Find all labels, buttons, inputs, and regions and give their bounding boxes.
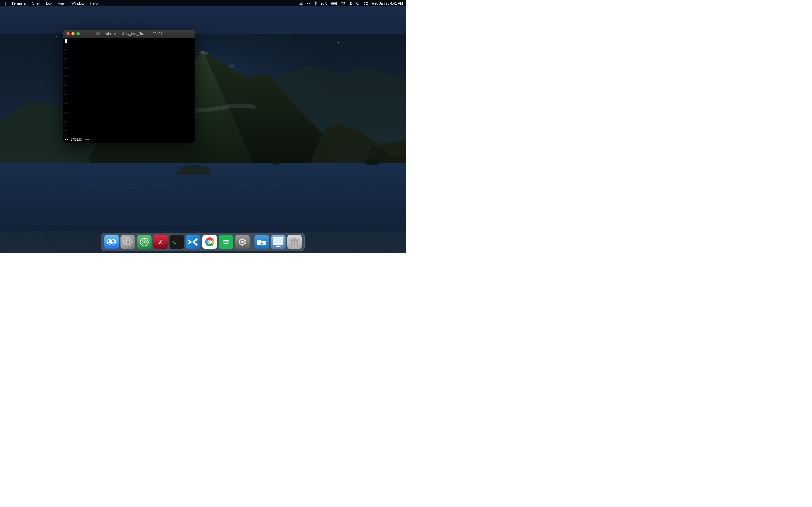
svg-point-51 — [109, 241, 109, 241]
terminal-window: plaintext — vi my_text_file.txt — 80×24 … — [63, 30, 195, 143]
svg-point-59 — [144, 241, 145, 243]
svg-point-10 — [338, 42, 339, 43]
svg-point-13 — [296, 35, 296, 36]
svg-rect-32 — [331, 2, 336, 4]
audio-mute-icon — [306, 1, 311, 5]
dock-spotify[interactable] — [219, 235, 234, 249]
apple-menu[interactable]:  — [2, 0, 8, 6]
menu-window[interactable]: Window — [69, 0, 87, 6]
desktop — [0, 0, 406, 253]
battery-icon — [330, 2, 338, 5]
vi-tilde: ~ — [64, 102, 194, 106]
menubar-left:  Terminal Shell Edit View Window Help — [2, 0, 298, 6]
svg-rect-43 — [96, 33, 99, 33]
vi-tilde: ~ — [64, 111, 194, 115]
vi-tilde: ~ — [64, 43, 194, 48]
window-maximize-button[interactable] — [77, 32, 80, 36]
svg-point-49 — [108, 240, 109, 242]
vi-tilde: ~ — [64, 61, 194, 66]
svg-rect-78 — [242, 244, 243, 246]
menu-terminal[interactable]: Terminal — [9, 0, 29, 6]
vi-tilde: ~ — [64, 106, 194, 111]
terminal-titlebar: plaintext — vi my_text_file.txt — 80×24 — [63, 30, 195, 38]
svg-point-2 — [56, 36, 57, 37]
window-minimize-button[interactable] — [71, 32, 75, 36]
svg-rect-39 — [364, 4, 365, 5]
svg-point-69 — [209, 241, 211, 243]
desktop-background — [0, 34, 406, 231]
search-icon[interactable] — [355, 1, 361, 5]
svg-rect-37 — [364, 2, 365, 3]
svg-point-48 — [111, 239, 117, 245]
svg-point-74 — [241, 240, 244, 243]
svg-point-8 — [366, 38, 367, 38]
svg-point-55 — [127, 241, 129, 243]
vi-tilde: ~ — [64, 88, 194, 93]
vi-tilde: ~ — [64, 52, 194, 57]
dock-separator — [252, 235, 252, 249]
svg-rect-31 — [337, 3, 337, 4]
dock-trash[interactable] — [287, 235, 302, 249]
menu-edit[interactable]: Edit — [44, 0, 54, 6]
datetime[interactable]: Wed Jan 25 4:41 PM — [370, 1, 404, 5]
svg-rect-38 — [366, 2, 368, 3]
controlcenter-icon[interactable] — [363, 1, 369, 5]
dock-quicksilver[interactable] — [121, 235, 135, 249]
svg-point-35 — [357, 2, 359, 4]
dock: Z >_ — [101, 233, 305, 251]
svg-rect-94 — [294, 238, 296, 239]
dock-finder[interactable] — [104, 235, 119, 249]
terminal-body[interactable]: ~~~~~~~~~~~~~~~~~~~~~ -- INSERT -- — [63, 38, 195, 143]
vi-tilde: ~ — [64, 57, 194, 61]
menu-shell[interactable]: Shell — [30, 0, 43, 6]
svg-point-34 — [350, 2, 352, 4]
svg-point-33 — [343, 4, 343, 5]
svg-line-36 — [359, 4, 360, 5]
dock-system-preferences[interactable] — [235, 235, 250, 249]
svg-rect-75 — [242, 238, 243, 240]
terminal-title-text: plaintext — vi my_text_file.txt — 80×24 — [96, 32, 162, 36]
dock-vscode[interactable] — [186, 235, 201, 249]
menu-help[interactable]: Help — [88, 0, 100, 6]
vi-tilde: ~ — [64, 48, 194, 52]
vi-tilde: ~ — [64, 120, 194, 124]
vi-tilde: ~ — [64, 70, 194, 75]
vi-tilde: ~ — [64, 83, 194, 88]
menubar:  Terminal Shell Edit View Window Help — [0, 0, 406, 6]
vi-tilde: ~ — [64, 133, 194, 138]
vi-tilde: ~ — [64, 124, 194, 129]
vi-tilde: ~ — [64, 79, 194, 83]
svg-rect-40 — [366, 4, 368, 5]
window-close-button[interactable] — [66, 32, 70, 36]
vi-tilde-lines: ~~~~~~~~~~~~~~~~~~~~~ — [64, 43, 194, 138]
svg-rect-88 — [274, 240, 281, 241]
menubar-right: 98% — [298, 1, 404, 5]
svg-text:>_: >_ — [172, 240, 176, 244]
vi-tilde: ~ — [64, 75, 194, 79]
vi-tilde: ~ — [64, 66, 194, 70]
svg-point-9 — [42, 45, 43, 45]
dock-yoink[interactable] — [255, 235, 269, 249]
vi-insert-mode-indicator: -- INSERT -- — [64, 137, 89, 142]
wifi-icon — [340, 2, 346, 5]
svg-point-52 — [113, 241, 114, 241]
menu-view[interactable]: View — [56, 0, 68, 6]
svg-rect-44 — [96, 34, 98, 34]
dock-zotero[interactable]: Z — [153, 235, 168, 249]
vi-tilde: ~ — [64, 129, 194, 133]
dock-chrome[interactable] — [202, 235, 217, 249]
svg-rect-87 — [274, 240, 282, 240]
vi-tilde: ~ — [64, 97, 194, 102]
svg-point-19 — [272, 161, 281, 165]
bluetooth-icon — [313, 1, 318, 5]
dock-terminal[interactable]: >_ — [170, 235, 185, 249]
user-icon — [348, 1, 354, 5]
vi-tilde: ~ — [64, 115, 194, 120]
svg-rect-86 — [274, 238, 280, 239]
apple-logo:  — [4, 1, 6, 5]
svg-point-18 — [364, 159, 380, 165]
svg-rect-62 — [170, 235, 185, 249]
screentime-icon — [298, 2, 304, 5]
dock-proxyman[interactable] — [137, 235, 152, 249]
dock-presentation[interactable] — [271, 235, 286, 249]
